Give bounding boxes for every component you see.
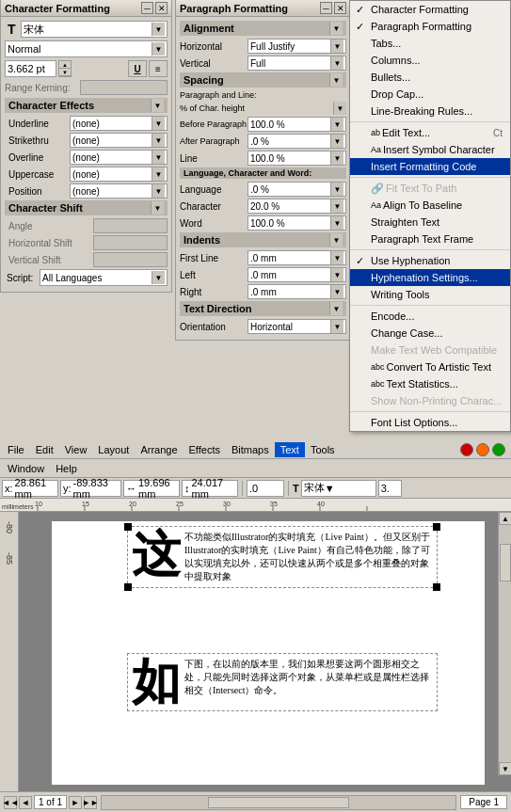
height-field[interactable]: ↕ 24.017 mm xyxy=(182,480,238,497)
char-panel-close[interactable]: ✕ xyxy=(155,2,168,14)
vert-align-arrow[interactable]: ▼ xyxy=(330,56,343,70)
text-direction-arrow[interactable]: ▼ xyxy=(329,302,343,315)
underline-arrow[interactable]: ▼ xyxy=(152,117,165,130)
menu-item-writing-tools[interactable]: Writing Tools xyxy=(350,286,510,303)
uppercase-arrow[interactable]: ▼ xyxy=(152,167,165,181)
menu-bitmaps[interactable]: Bitmaps xyxy=(226,442,275,457)
first-line-arrow[interactable]: ▼ xyxy=(330,251,343,264)
handle-tl[interactable] xyxy=(124,523,132,531)
underline-btn[interactable]: U xyxy=(128,60,147,77)
effects-section-arrow[interactable]: ▼ xyxy=(151,99,164,112)
after-para-arrow[interactable]: ▼ xyxy=(330,135,343,148)
strikethru-value[interactable]: (none) ▼ xyxy=(70,133,168,148)
menu-item-font-list-options[interactable]: Font List Options... xyxy=(350,414,510,431)
handle-br[interactable] xyxy=(433,583,440,591)
menu-effects[interactable]: Effects xyxy=(184,442,226,457)
handle-bl[interactable] xyxy=(124,583,132,591)
y-pos-field[interactable]: y: -89.833 mm xyxy=(60,480,121,497)
text-frame-2[interactable]: 如 下图，在以前的版本里，我们如果想要这两个圆形相交之处，只能先同时选择这两个对… xyxy=(127,653,438,711)
para-panel-close[interactable]: ✕ xyxy=(334,2,346,14)
uppercase-value[interactable]: (none) ▼ xyxy=(70,167,168,182)
font-tool-arrow[interactable]: ▼ xyxy=(325,483,335,494)
char-panel-minimize[interactable]: ─ xyxy=(141,2,153,14)
spinner-down[interactable]: ▼ xyxy=(59,69,71,76)
line-spacing-field[interactable]: 100.0 % ▼ xyxy=(248,151,346,166)
menu-item-hyphenation-settings[interactable]: Hyphenation Settings... xyxy=(350,269,510,286)
position-arrow[interactable]: ▼ xyxy=(152,184,165,198)
menu-item-para-text-frame[interactable]: Paragraph Text Frame xyxy=(350,231,510,247)
menu-item-change-case[interactable]: Change Case... xyxy=(350,325,510,342)
before-para-field[interactable]: 100.0 % ▼ xyxy=(248,117,346,132)
prev-page-btn[interactable]: ◄ xyxy=(19,796,32,809)
menu-tools[interactable]: Tools xyxy=(305,442,341,457)
line-spacing-arrow[interactable]: ▼ xyxy=(330,151,343,165)
menu-item-edit-text[interactable]: ab Edit Text... Ct xyxy=(350,124,510,141)
vertical-scrollbar[interactable]: ▲ ▼ xyxy=(498,512,511,775)
menu-item-tabs[interactable]: Tabs... xyxy=(350,35,510,52)
menu-arrange[interactable]: Arrange xyxy=(135,442,183,457)
hshift-field[interactable] xyxy=(93,235,168,250)
overline-arrow[interactable]: ▼ xyxy=(152,151,165,164)
first-line-field[interactable]: .0 mm ▼ xyxy=(248,250,346,265)
indents-arrow[interactable]: ▼ xyxy=(329,233,343,247)
last-page-btn[interactable]: ►► xyxy=(84,796,97,809)
menu-layout[interactable]: Layout xyxy=(92,442,135,457)
menu-file[interactable]: File xyxy=(2,442,30,457)
font-dropdown-arrow[interactable]: ▼ xyxy=(152,23,165,36)
menu-item-para-formatting[interactable]: Paragraph Formatting xyxy=(350,18,510,35)
menu-text[interactable]: Text xyxy=(275,442,305,457)
menu-item-text-statistics[interactable]: abc Text Statistics... xyxy=(350,375,510,392)
horizontal-alignment-dropdown[interactable]: Full Justify ▼ xyxy=(248,39,346,54)
position-value[interactable]: (none) ▼ xyxy=(70,183,168,199)
word-arrow[interactable]: ▼ xyxy=(330,216,343,230)
language-field[interactable]: .0 % ▼ xyxy=(248,182,346,197)
menu-window[interactable]: Window xyxy=(2,461,50,476)
menu-item-line-breaking[interactable]: Line-Breaking Rules... xyxy=(350,103,510,119)
word-field[interactable]: 100.0 % ▼ xyxy=(248,215,346,231)
after-para-field[interactable]: .0 % ▼ xyxy=(248,134,346,149)
orientation-field[interactable]: Horizontal ▼ xyxy=(248,319,346,334)
underline-value[interactable]: (none) ▼ xyxy=(70,116,168,131)
menu-item-show-non-printing[interactable]: Show Non-Printing Charac... xyxy=(350,392,510,409)
font-tool-field[interactable]: 宋体 ▼ xyxy=(301,480,376,497)
character-field[interactable]: 20.0 % ▼ xyxy=(248,199,346,214)
menu-item-bullets[interactable]: Bullets... xyxy=(350,69,510,86)
orientation-arrow[interactable]: ▼ xyxy=(330,320,343,333)
first-page-btn[interactable]: ◄◄ xyxy=(4,796,17,809)
menu-item-use-hyphenation[interactable]: Use Hyphenation xyxy=(350,252,510,269)
strikethru-arrow[interactable]: ▼ xyxy=(152,134,165,147)
menu-edit[interactable]: Edit xyxy=(30,442,59,457)
overline-value[interactable]: (none) ▼ xyxy=(70,150,168,165)
align-btn[interactable]: ≡ xyxy=(149,60,168,77)
scroll-down-btn[interactable]: ▼ xyxy=(499,762,511,775)
style-dropdown[interactable]: Normal ▼ xyxy=(5,40,168,57)
menu-item-make-text-web[interactable]: Make Text Web Compatible xyxy=(350,342,510,358)
rotation-field[interactable]: .0 xyxy=(247,480,284,497)
right-indent-arrow[interactable]: ▼ xyxy=(330,285,343,298)
horizontal-scrollbar[interactable] xyxy=(101,795,456,810)
script-dropdown-arrow[interactable]: ▼ xyxy=(152,271,165,284)
fontsize-tool-field[interactable]: 3. xyxy=(378,480,402,497)
spinner-up[interactable]: ▲ xyxy=(59,61,71,69)
vshift-field[interactable] xyxy=(93,252,168,267)
menu-item-insert-symbol[interactable]: Aa Insert Symbol Character xyxy=(350,141,510,158)
character-arrow[interactable]: ▼ xyxy=(330,199,343,213)
script-dropdown[interactable]: All Languages ▼ xyxy=(40,269,168,286)
shift-section-arrow[interactable]: ▼ xyxy=(151,201,164,215)
x-pos-field[interactable]: x: 28.861 mm xyxy=(2,480,58,497)
right-indent-field[interactable]: .0 mm ▼ xyxy=(248,284,346,299)
angle-field[interactable] xyxy=(93,218,168,233)
alignment-arrow[interactable]: ▼ xyxy=(329,22,343,35)
size-spinner[interactable]: ▲ ▼ xyxy=(58,60,72,77)
width-field[interactable]: ↔ 19.696 mm xyxy=(123,480,180,497)
size-field[interactable]: 3.662 pt xyxy=(5,60,56,77)
menu-item-columns[interactable]: Columns... xyxy=(350,52,510,69)
vertical-alignment-dropdown[interactable]: Full ▼ xyxy=(248,56,346,71)
menu-view[interactable]: View xyxy=(59,442,93,457)
menu-help[interactable]: Help xyxy=(50,461,83,476)
left-indent-field[interactable]: .0 mm ▼ xyxy=(248,267,346,282)
menu-item-char-formatting[interactable]: Character Formatting xyxy=(350,1,510,18)
horiz-align-arrow[interactable]: ▼ xyxy=(330,40,343,53)
menu-item-straighten-text[interactable]: Straighten Text xyxy=(350,214,510,231)
percent-char-arrow[interactable]: ▼ xyxy=(333,102,346,115)
